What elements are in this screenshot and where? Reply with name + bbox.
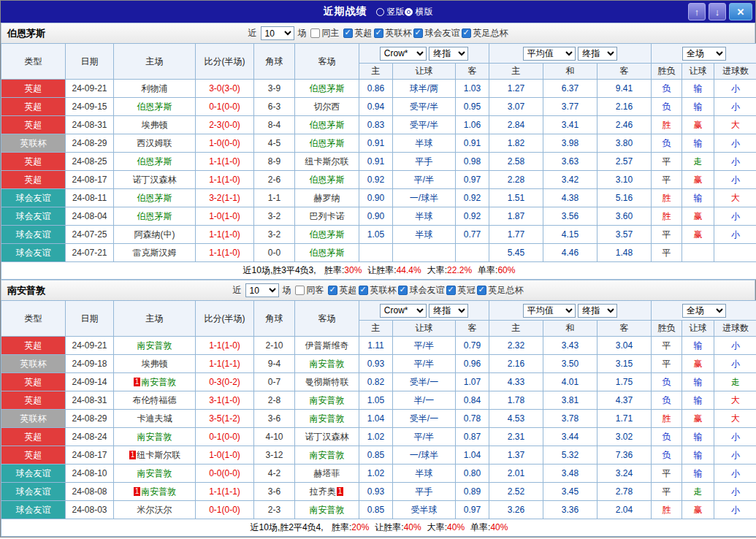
avg-draw: 4.46 — [543, 244, 597, 262]
odds-home: 0.93 — [359, 483, 393, 501]
same-venue-label: 同客 — [307, 284, 324, 297]
results-table: 类型 日期 主场 比分(半场) 角球 客场 Crow* 终指 平均值 终指 — [1, 300, 756, 537]
home-team: 阿森纳(中) — [134, 229, 175, 240]
avg-home: 2.84 — [489, 116, 543, 134]
match-row: 英超24-08-17诺丁汉森林1-1(1-0)2-6伯恩茅斯0.92平/半0.9… — [1, 171, 756, 189]
match-row: 球会友谊24-07-21雷克斯汉姆1-1(1-0)0-0伯恩茅斯5.454.46… — [1, 244, 756, 262]
league-filter[interactable]: 英联杯 — [359, 284, 397, 297]
odds-home: 0.82 — [359, 373, 393, 391]
home-team: 诺丁汉森林 — [133, 175, 177, 185]
layout-radios: 竖版横版 — [376, 6, 433, 18]
league-filter[interactable]: 英超 — [343, 27, 373, 39]
result-scope-select[interactable]: 全场 — [682, 304, 726, 318]
odds-handicap: 一/球半 — [393, 189, 456, 207]
avg-mode-select[interactable]: 终指 — [578, 47, 617, 61]
odds-handicap: 平手 — [393, 153, 456, 171]
radio-unselected-icon[interactable] — [376, 8, 384, 16]
league-checkbox-label: 英足总杯 — [489, 284, 524, 297]
result-goals: 大 — [714, 116, 756, 134]
league-checkbox[interactable] — [374, 28, 383, 38]
league-checkbox[interactable] — [462, 28, 471, 38]
league-checkbox[interactable] — [328, 286, 337, 295]
subcol-header: 让球 — [393, 321, 456, 337]
match-score: 0-1(0-0) — [196, 98, 254, 116]
result-wdl: 胜 — [652, 207, 682, 226]
league-filter[interactable]: 英超 — [328, 284, 357, 297]
team-name: 伯恩茅斯 — [1, 27, 51, 40]
corner-score: 9-4 — [254, 355, 295, 373]
result-handicap: 输 — [682, 337, 714, 355]
match-row: 英超24-09-21利物浦3-0(3-0)3-9伯恩茅斯0.86球半/两1.03… — [1, 80, 756, 98]
league-filter[interactable]: 英冠 — [446, 284, 476, 297]
avg-mode-select[interactable]: 终指 — [578, 304, 617, 318]
odds-home: 1.05 — [359, 226, 393, 244]
league-checkbox[interactable] — [343, 28, 353, 38]
result-group-header: 全场 — [652, 44, 756, 64]
result-wdl: 平 — [652, 153, 682, 171]
rows: 英超24-09-21利物浦3-0(3-0)3-9伯恩茅斯0.86球半/两1.03… — [1, 80, 756, 262]
result-wdl: 负 — [652, 428, 682, 446]
same-venue-checkbox[interactable] — [295, 286, 305, 295]
corner-score: 4-5 — [254, 134, 295, 153]
odds-source-select[interactable]: Crow* — [380, 47, 427, 61]
league-checkbox[interactable] — [446, 286, 456, 295]
match-date: 24-08-31 — [66, 116, 114, 134]
league-filter[interactable]: 英足总杯 — [477, 284, 524, 297]
corner-score: 3-12 — [254, 446, 295, 465]
avg-away: 1.75 — [597, 373, 652, 391]
league-badge: 英超 — [1, 391, 66, 410]
team-section: 近 10 场 同客 英超英联杯球会友谊英冠英足总杯 南安普敦 类型 — [1, 280, 755, 537]
avg-home: 3.07 — [489, 98, 543, 116]
home-team: 南安普敦 — [141, 486, 176, 497]
result-wdl: 负 — [652, 446, 682, 465]
league-badge: 英超 — [1, 373, 66, 391]
avg-source-select[interactable]: 平均值 — [523, 304, 576, 318]
subcol-header: 和 — [543, 64, 597, 80]
col-header-home: 主场 — [114, 301, 196, 337]
home-team: 埃弗顿 — [142, 120, 168, 130]
odds-source-select[interactable]: Crow* — [380, 304, 427, 318]
layout-radio[interactable]: 横版 — [405, 6, 433, 18]
league-checkbox[interactable] — [398, 286, 408, 295]
result-goals: 小 — [714, 207, 756, 226]
radio-selected-icon[interactable] — [405, 8, 413, 16]
match-count-select[interactable]: 10 — [261, 26, 294, 40]
same-venue-checkbox[interactable] — [310, 28, 320, 38]
league-badge: 英超 — [1, 116, 66, 134]
league-filter[interactable]: 球会友谊 — [398, 284, 445, 297]
close-button[interactable]: ✕ — [729, 3, 752, 20]
league-filter[interactable]: 英联杯 — [374, 27, 412, 39]
subcol-header: 主 — [489, 321, 543, 337]
odds-away: 0.95 — [456, 98, 489, 116]
same-venue-filter[interactable]: 同客 — [295, 284, 324, 297]
league-badge: 英超 — [1, 337, 66, 355]
red-card-badge: 1 — [134, 487, 141, 496]
corner-score: 3-6 — [254, 410, 295, 428]
summary-stat-label: 单率: — [478, 265, 497, 275]
odds-away: 0.77 — [456, 226, 489, 244]
layout-radio[interactable]: 竖版 — [376, 6, 405, 18]
scroll-down-button[interactable]: ↓ — [709, 3, 726, 20]
summary-stat-label: 胜率: — [332, 522, 351, 532]
same-venue-filter[interactable]: 同主 — [310, 27, 340, 39]
match-count-select[interactable]: 10 — [245, 283, 279, 297]
away-team: 南安普敦 — [310, 450, 345, 460]
odds-mode-select[interactable]: 终指 — [429, 47, 468, 61]
result-scope-select[interactable]: 全场 — [682, 47, 726, 61]
avg-home: 1.37 — [489, 446, 543, 465]
league-checkbox[interactable] — [359, 286, 368, 295]
avg-away: 3.57 — [597, 226, 652, 244]
league-filter[interactable]: 球会友谊 — [413, 27, 460, 39]
away-team: 伯恩茅斯 — [310, 120, 345, 130]
avg-source-select[interactable]: 平均值 — [523, 47, 576, 61]
home-team-cell: 1南安普敦 — [114, 483, 196, 501]
league-checkbox[interactable] — [413, 28, 423, 38]
scroll-up-button[interactable]: ↑ — [688, 3, 706, 20]
league-checkbox[interactable] — [477, 286, 486, 295]
match-date: 24-08-24 — [66, 428, 114, 446]
odds-handicap: 平/半 — [393, 171, 456, 189]
league-badge: 球会友谊 — [1, 207, 66, 226]
odds-mode-select[interactable]: 终指 — [429, 304, 468, 318]
odds-away: 1.03 — [456, 80, 489, 98]
league-filter[interactable]: 英足总杯 — [462, 27, 508, 39]
